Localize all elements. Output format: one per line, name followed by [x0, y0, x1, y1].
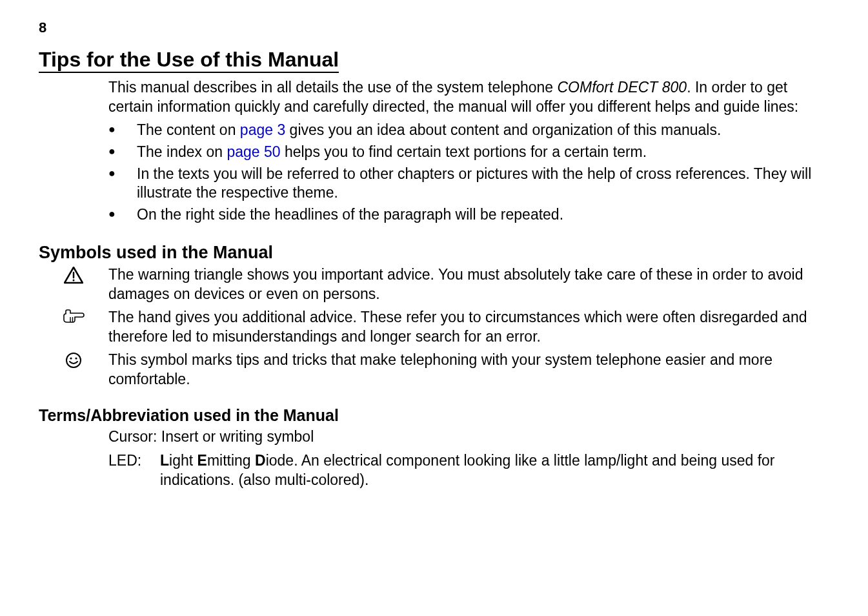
page-link[interactable]: page 3 — [240, 121, 285, 138]
led-term: LED: — [108, 451, 160, 490]
symbol-row-hand: The hand gives you additional advice. Th… — [39, 308, 829, 347]
led-definition-row: LED: Light Emitting Diode. An electrical… — [108, 451, 829, 490]
heading-terms: Terms/Abbreviation used in the Manual — [39, 406, 829, 425]
warning-triangle-icon — [39, 265, 108, 284]
bullet-item: In the texts you will be referred to oth… — [39, 165, 829, 203]
bullet-text-post: helps you to find certain text portions … — [281, 143, 647, 160]
bullet-item: The content on page 3 gives you an idea … — [39, 121, 829, 140]
product-name: COMfort DECT 800 — [558, 79, 687, 96]
bullet-item: On the right side the headlines of the p… — [39, 205, 829, 225]
svg-point-1 — [73, 280, 75, 282]
led-definition: Light Emitting Diode. An electrical comp… — [160, 451, 829, 490]
symbol-row-smiley: This symbol marks tips and tricks that m… — [39, 351, 829, 389]
symbol-list: The warning triangle shows you important… — [39, 265, 829, 389]
led-E: E — [197, 452, 207, 469]
cursor-definition: Cursor: Insert or writing symbol — [108, 427, 829, 447]
bullet-item: The index on page 50 helps you to find c… — [39, 143, 829, 162]
smiley-face-icon — [39, 351, 108, 369]
bullet-text-pre: The index on — [137, 143, 227, 160]
bullet-text: In the texts you will be referred to oth… — [137, 165, 811, 201]
page-link[interactable]: page 50 — [227, 143, 280, 160]
svg-point-5 — [70, 357, 72, 359]
symbol-row-warning: The warning triangle shows you important… — [39, 265, 829, 304]
symbol-text: The warning triangle shows you important… — [108, 265, 829, 304]
bullet-text: On the right side the headlines of the p… — [137, 206, 563, 223]
symbol-text: This symbol marks tips and tricks that m… — [108, 351, 829, 389]
svg-point-4 — [66, 353, 81, 367]
led-L: L — [160, 452, 169, 469]
heading-symbols: Symbols used in the Manual — [39, 243, 829, 263]
bullet-text-post: gives you an idea about content and orga… — [285, 121, 721, 138]
led-D: D — [255, 452, 266, 469]
led-mid2: mitting — [207, 452, 255, 469]
svg-point-6 — [75, 357, 77, 359]
heading-tips: Tips for the Use of this Manual — [39, 48, 339, 73]
led-mid1: ight — [169, 452, 197, 469]
intro-pre: This manual describes in all details the… — [108, 79, 558, 96]
bullet-list: The content on page 3 gives you an idea … — [39, 121, 829, 225]
symbol-text: The hand gives you additional advice. Th… — [108, 308, 829, 347]
intro-paragraph: This manual describes in all details the… — [108, 78, 829, 117]
bullet-text-pre: The content on — [137, 121, 240, 138]
page-number: 8 — [39, 19, 829, 36]
hand-pointing-icon — [39, 308, 108, 323]
